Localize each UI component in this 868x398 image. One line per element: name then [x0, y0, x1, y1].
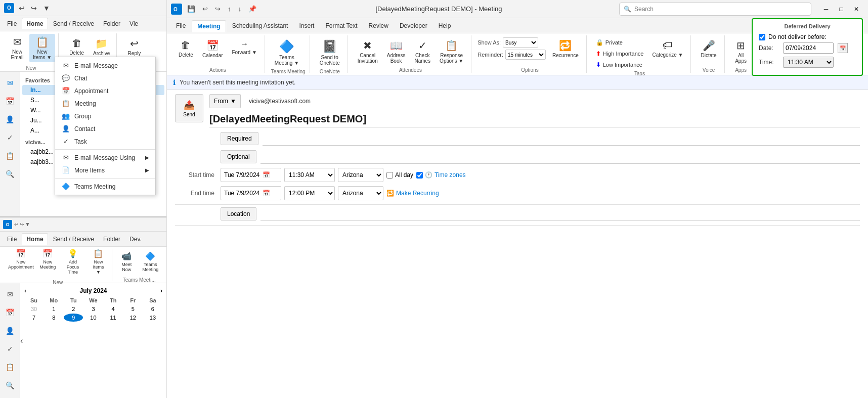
show-as-select[interactable]: Busy Free Tentative — [503, 37, 538, 48]
menu-teams-meeting[interactable]: 🔷 Teams Meeting — [55, 180, 155, 193]
rtab-developer[interactable]: Developer — [395, 20, 432, 31]
reminder-select[interactable]: 15 minutes None 5 minutes 30 minutes — [505, 50, 546, 60]
bottom-nav-send[interactable]: Send / Receive — [49, 234, 98, 245]
timezone-checkbox[interactable] — [416, 172, 423, 179]
location-line[interactable] — [261, 207, 860, 221]
cal-next-month[interactable]: › — [160, 287, 162, 294]
optional-btn[interactable]: Optional — [221, 150, 256, 163]
redo-btn[interactable]: ↪ — [29, 3, 38, 13]
end-date-input[interactable]: Tue 7/9/2024 📅 — [221, 186, 281, 200]
nav-tab-home[interactable]: Home — [22, 18, 48, 29]
add-focus-time-btn[interactable]: 💡 Add FocusTime — [60, 247, 85, 277]
bottom-nav-dev[interactable]: Dev. — [125, 234, 146, 245]
low-importance-btn[interactable]: ⬇ Low Importance — [593, 60, 647, 70]
cal-day-9[interactable]: 9 — [64, 314, 83, 322]
end-tz-select[interactable]: Arizona Eastern Pacific — [338, 186, 383, 200]
check-names-btn[interactable]: ✓ CheckNames — [411, 37, 434, 66]
sidebar-icon-search[interactable]: 🔍 — [3, 167, 17, 181]
menu-contact[interactable]: 👤 Contact — [55, 122, 155, 135]
bottom-nav-home[interactable]: Home — [22, 233, 48, 245]
main-down-btn[interactable]: ↓ — [236, 4, 244, 14]
title-input[interactable] — [209, 111, 860, 127]
response-options-btn[interactable]: 📋 ResponseOptions ▼ — [436, 37, 467, 66]
start-date-input[interactable]: Tue 7/9/2024 📅 — [221, 168, 281, 182]
rtab-review[interactable]: Review — [364, 20, 394, 31]
new-meeting-btn[interactable]: 📅 NewMeeting — [37, 247, 58, 272]
deferred-date-input[interactable] — [783, 42, 834, 54]
archive-btn[interactable]: 📁 Archive — [90, 35, 113, 58]
nav-tab-view[interactable]: Vie — [125, 18, 142, 29]
cancel-invitation-btn[interactable]: ✖ CancelInvitation — [354, 37, 381, 66]
menu-more-items[interactable]: 📄 More Items ▶ — [55, 164, 155, 176]
main-up-btn[interactable]: ↑ — [226, 4, 233, 14]
sidebar-icon-people[interactable]: 👤 — [3, 112, 17, 126]
bottom-sidebar-notes[interactable]: 📋 — [3, 360, 17, 374]
bottom-sidebar-search[interactable]: 🔍 — [3, 378, 17, 392]
bottom-nav-file[interactable]: File — [3, 234, 21, 245]
nav-tab-folder[interactable]: Folder — [99, 18, 124, 29]
maximize-btn[interactable]: □ — [834, 2, 849, 17]
recurrence-btn[interactable]: 🔁 Recurrence — [549, 37, 582, 60]
main-redo-btn[interactable]: ↪ — [213, 4, 223, 14]
all-apps-btn[interactable]: ⊞ AllApps — [731, 37, 751, 66]
new-appointment-btn[interactable]: 📅 NewAppointment — [7, 247, 35, 272]
new-email-btn[interactable]: ✉ NewEmail — [7, 34, 27, 62]
cal-day-5[interactable]: 5 — [123, 305, 143, 313]
menu-appointment[interactable]: 📅 Appointment — [55, 84, 155, 97]
collapse-btn[interactable]: ‹ — [20, 336, 23, 345]
new-items-bottom-btn[interactable]: 📋 NewItems ▼ — [88, 247, 109, 277]
high-importance-btn[interactable]: ⬆ High Importance — [593, 49, 647, 59]
nav-tab-sendreceive[interactable]: Send / Receive — [49, 18, 98, 29]
rtab-scheduling[interactable]: Scheduling Assistant — [227, 20, 293, 31]
menu-meeting[interactable]: 📋 Meeting — [55, 97, 155, 110]
rtab-file[interactable]: File — [171, 20, 191, 31]
cal-day-13[interactable]: 13 — [143, 314, 162, 322]
bottom-sidebar-people[interactable]: 👤 — [3, 324, 17, 338]
send-to-onenote-btn[interactable]: 📓 Send toOneNote — [316, 37, 343, 68]
undo-btn[interactable]: ↩ — [17, 3, 26, 13]
deferred-date-cal-btn[interactable]: 📅 — [838, 43, 848, 53]
location-btn[interactable]: Location — [221, 207, 256, 220]
calendar-btn[interactable]: 📅 Calendar — [199, 37, 227, 60]
sidebar-icon-calendar[interactable]: 📅 — [3, 94, 17, 108]
sidebar-icon-tasks[interactable]: ✓ — [3, 130, 17, 145]
optional-attendee-line[interactable] — [261, 150, 860, 164]
cal-day-7[interactable]: 7 — [24, 314, 44, 322]
menu-chat[interactable]: 💬 Chat — [55, 72, 155, 84]
cal-day-8[interactable]: 8 — [44, 314, 63, 322]
rtab-help[interactable]: Help — [433, 20, 456, 31]
meet-now-btn[interactable]: 📹 MeetNow — [116, 249, 137, 274]
cal-day-2[interactable]: 2 — [64, 305, 83, 313]
sidebar-icon-mail[interactable]: ✉ — [3, 76, 17, 90]
do-not-deliver-checkbox[interactable] — [759, 34, 765, 40]
forward-btn[interactable]: → Forward ▼ — [229, 37, 261, 57]
dictate-btn[interactable]: 🎤 Dictate — [697, 37, 720, 60]
categorize-btn[interactable]: 🏷 Categorize ▼ — [648, 37, 686, 60]
cal-prev-month[interactable]: ‹ — [24, 287, 26, 294]
main-save-btn[interactable]: 💾 — [185, 4, 197, 14]
address-book-btn[interactable]: 📖 AddressBook — [383, 37, 409, 66]
minimize-btn[interactable]: ─ — [818, 2, 834, 17]
end-time-select[interactable]: 12:00 PM 11:30 AM 1:00 PM — [284, 186, 335, 200]
cal-day-10[interactable]: 10 — [83, 314, 103, 322]
rtab-insert[interactable]: Insert — [294, 20, 319, 31]
bottom-nav-folder[interactable]: Folder — [99, 234, 124, 245]
new-items-btn[interactable]: 📋 NewItems ▼ — [29, 34, 55, 62]
required-btn[interactable]: Required — [221, 132, 258, 145]
bottom-sidebar-tasks[interactable]: ✓ — [3, 342, 17, 356]
menu-group[interactable]: 👥 Group — [55, 110, 155, 122]
search-input[interactable] — [634, 6, 807, 13]
rtab-meeting[interactable]: Meeting — [192, 20, 226, 32]
cal-day-1[interactable]: 1 — [44, 305, 63, 313]
bottom-sidebar-calendar[interactable]: 📅 — [3, 305, 17, 320]
start-time-select[interactable]: 11:30 AM 11:00 AM 12:00 PM — [284, 168, 335, 182]
start-tz-select[interactable]: Arizona Eastern Pacific — [338, 168, 383, 182]
main-pin-btn[interactable]: 📌 — [246, 4, 258, 14]
menu-email-message[interactable]: ✉ E-mail Message — [55, 59, 155, 72]
qat-dropdown[interactable]: ▼ — [41, 3, 52, 13]
rtab-format-text[interactable]: Format Text — [320, 20, 362, 31]
menu-task[interactable]: ✓ Task — [55, 135, 155, 148]
required-attendee-line[interactable] — [263, 131, 860, 146]
deferred-time-select[interactable]: 11:30 AM 12:00 PM — [783, 57, 834, 68]
message-body[interactable] — [175, 225, 860, 266]
